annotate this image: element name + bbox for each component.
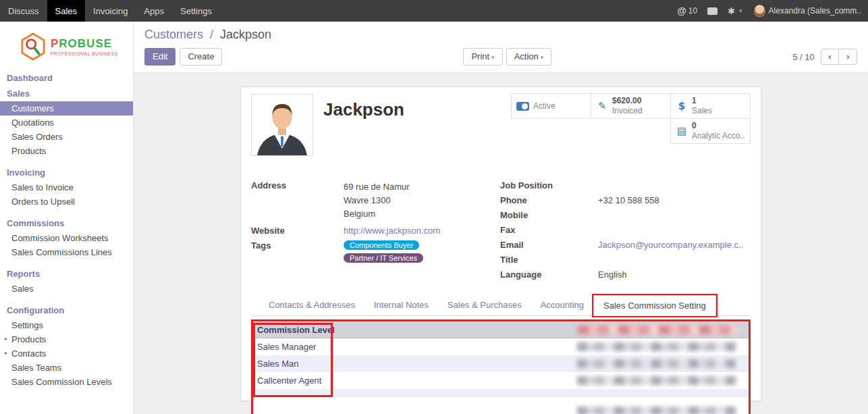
sidebar-item-commission-worksheets[interactable]: Commission Worksheets xyxy=(0,231,133,245)
debug-menu-button[interactable]: ✱ ▾ xyxy=(728,6,742,16)
tab-internal-notes[interactable]: Internal Notes xyxy=(364,295,438,316)
menu-apps[interactable]: Apps xyxy=(136,0,172,22)
annotation-commission-table-box: Commission Level Sales Manager xyxy=(251,319,751,414)
logo-subtitle: PROFESSIONAL BUSINESS xyxy=(51,51,118,56)
table-row[interactable]: Sales Manager xyxy=(253,338,749,356)
systray: @ 10 ✱ ▾ Alexandra (Sales_comm.. xyxy=(677,0,868,22)
stat-button-sales[interactable]: $ 1 Sales xyxy=(670,93,751,119)
action-dropdown[interactable]: Action▾ xyxy=(506,48,552,66)
form-view-container: Jackpson Active ✎ $620.00 Invoiced xyxy=(134,73,868,414)
customer-photo[interactable] xyxy=(251,94,313,156)
sidebar-header-configuration[interactable]: Configuration xyxy=(0,303,133,318)
tag-partner-it-services[interactable]: Partner / IT Services xyxy=(344,253,423,263)
table-header-row: Commission Level xyxy=(253,321,749,338)
sidebar-item-sales-orders[interactable]: Sales Orders xyxy=(0,130,133,144)
table-row xyxy=(253,404,749,414)
table-row[interactable]: Sales Man xyxy=(253,355,749,372)
tags-label: Tags xyxy=(251,240,344,266)
control-panel: Customers / Jackpson Edit Create Print▾ xyxy=(134,22,868,73)
sidebar-item-reports-sales[interactable]: Sales xyxy=(0,282,133,296)
table-row[interactable]: Callcenter Agent xyxy=(253,372,749,389)
breadcrumb-current: Jackpson xyxy=(220,28,271,41)
redacted-cell xyxy=(577,407,736,414)
print-dropdown[interactable]: Print▾ xyxy=(463,48,502,66)
tab-contacts-addresses[interactable]: Contacts & Addresses xyxy=(259,295,364,316)
tab-sales-commission-setting[interactable]: Sales Commission Setting xyxy=(593,295,716,316)
sidebar-item-sales-teams[interactable]: Sales Teams xyxy=(0,361,133,375)
menu-invoicing[interactable]: Invoicing xyxy=(85,0,136,22)
commission-table: Commission Level Sales Manager xyxy=(253,321,749,414)
fax-label: Fax xyxy=(500,225,598,235)
sidebar-item-settings[interactable]: Settings xyxy=(0,318,133,332)
person-avatar-image xyxy=(252,95,313,155)
table-empty-row xyxy=(253,389,749,397)
language-value: English xyxy=(598,269,751,280)
sidebar-item-quotations[interactable]: Quotations xyxy=(0,115,133,130)
expand-caret-icon: ▸ xyxy=(5,336,7,342)
stat-button-analytic-accounts[interactable]: ▤ 0 Analytic Acco... xyxy=(670,118,751,144)
user-name: Alexandra (Sales_comm.. xyxy=(769,6,861,16)
website-link[interactable]: http://www.jackpson.com xyxy=(344,226,440,236)
sidebar-item-sales-commissions-lines[interactable]: Sales Commissions Lines xyxy=(0,245,133,259)
user-menu[interactable]: Alexandra (Sales_comm.. xyxy=(753,4,861,18)
app-logo[interactable]: PROBUSE PROFESSIONAL BUSINESS xyxy=(0,22,133,70)
field-groups: Address 69 rue de Namur Wavre 1300 Belgi… xyxy=(251,180,751,280)
address-value: 69 rue de Namur Wavre 1300 Belgium xyxy=(344,180,489,221)
sidebar: PROBUSE PROFESSIONAL BUSINESS Dashboard … xyxy=(0,22,134,414)
pager-previous-button[interactable]: ‹ xyxy=(821,49,840,66)
mobile-value xyxy=(598,210,751,220)
tag-components-buyer[interactable]: Components Buyer xyxy=(344,240,419,250)
sidebar-item-products[interactable]: Products xyxy=(0,144,133,158)
pager-next-button[interactable]: › xyxy=(838,49,857,66)
stat-button-group: Active ✎ $620.00 Invoiced $ xyxy=(512,94,751,144)
logo-title: PROBUSE xyxy=(51,38,118,49)
table-empty-row xyxy=(253,397,749,404)
website-label: Website xyxy=(251,226,344,236)
breadcrumb-customers[interactable]: Customers xyxy=(144,28,203,41)
top-menu: Discuss Sales Invoicing Apps Settings xyxy=(0,0,220,22)
tags-value: Components Buyer Partner / IT Services xyxy=(344,240,489,266)
sidebar-header-commissions[interactable]: Commissions xyxy=(0,215,133,231)
chevron-down-icon: ▾ xyxy=(739,7,742,14)
pager: ‹ › xyxy=(821,49,857,66)
email-link[interactable]: Jackpson@yourcompany.example.c.. xyxy=(598,240,743,250)
chevron-down-icon: ▾ xyxy=(541,54,544,61)
breadcrumb-separator: / xyxy=(210,28,213,41)
sidebar-item-sales-to-invoice[interactable]: Sales to Invoice xyxy=(0,180,133,195)
sidebar-item-customers[interactable]: Customers xyxy=(0,101,133,115)
tab-accounting[interactable]: Accounting xyxy=(531,295,593,316)
customer-name: Jackpson xyxy=(323,99,404,163)
mobile-label: Mobile xyxy=(500,210,598,220)
sidebar-item-config-contacts[interactable]: ▸ Contacts xyxy=(0,346,133,361)
menu-settings[interactable]: Settings xyxy=(172,0,220,22)
menu-sales[interactable]: Sales xyxy=(47,0,86,22)
create-button[interactable]: Create xyxy=(180,48,222,66)
tab-sales-purchases[interactable]: Sales & Purchases xyxy=(438,295,531,316)
analytic-chart-icon: ▤ xyxy=(676,125,688,137)
commission-level-column-header[interactable]: Commission Level xyxy=(253,321,337,338)
phone-value: +32 10 588 558 xyxy=(598,195,751,205)
sidebar-header-invoicing[interactable]: Invoicing xyxy=(0,165,133,180)
address-label: Address xyxy=(251,180,344,221)
messages-button[interactable] xyxy=(707,7,717,15)
sidebar-header-dashboard[interactable]: Dashboard xyxy=(0,70,133,86)
redacted-cell xyxy=(577,359,736,368)
pager-counter: 5 / 10 xyxy=(792,52,815,62)
app-root: Discuss Sales Invoicing Apps Settings @ … xyxy=(0,0,868,414)
sidebar-item-sales-commission-levels[interactable]: Sales Commission Levels xyxy=(0,375,133,389)
sidebar-header-reports[interactable]: Reports xyxy=(0,266,133,282)
sidebar-item-config-products[interactable]: ▸ Products xyxy=(0,332,133,346)
edit-button[interactable]: Edit xyxy=(144,48,175,66)
chat-icon xyxy=(707,7,717,15)
mentions-button[interactable]: @ 10 xyxy=(677,5,697,16)
job-position-label: Job Position xyxy=(500,180,598,190)
sidebar-item-orders-to-upsell[interactable]: Orders to Upsell xyxy=(0,195,133,209)
notebook-tabs: Contacts & Addresses Internal Notes Sale… xyxy=(251,294,751,316)
phone-label: Phone xyxy=(500,195,598,205)
probuse-logo-icon xyxy=(20,32,46,61)
dollar-icon: $ xyxy=(676,100,688,112)
stat-button-invoiced[interactable]: ✎ $620.00 Invoiced xyxy=(591,93,671,119)
menu-discuss[interactable]: Discuss xyxy=(0,0,47,22)
sidebar-header-sales[interactable]: Sales xyxy=(0,86,133,101)
stat-button-active[interactable]: Active xyxy=(511,93,591,119)
